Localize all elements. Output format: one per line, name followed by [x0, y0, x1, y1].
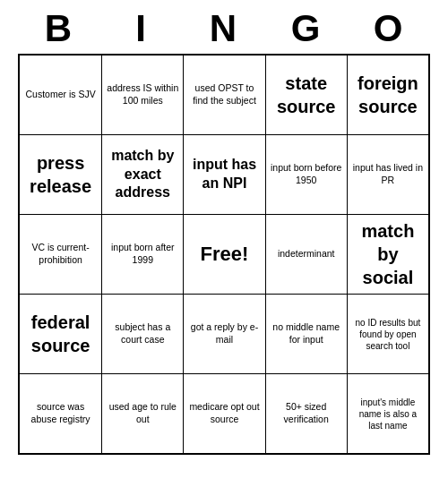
cell-3-4: no ID results but found by open search t… [347, 295, 428, 373]
cell-0-0: Customer is SJV [20, 56, 101, 134]
cell-3-1: subject has a court case [101, 295, 183, 373]
title-b: B [20, 7, 99, 50]
title-n: N [185, 7, 263, 50]
cell-4-3: 50+ sized verification [265, 374, 347, 453]
cell-1-3: input born before 1950 [265, 135, 347, 214]
cell-0-2: used OPST to find the subject [183, 56, 264, 134]
title-g: G [267, 7, 346, 50]
cell-0-3: state source [265, 56, 347, 134]
bingo-row-1: press release match by exact address inp… [20, 134, 428, 214]
cell-4-1: used age to rule out [101, 374, 183, 453]
title-o: O [349, 7, 428, 50]
bingo-title: B I N G O [18, 0, 430, 54]
cell-4-2: medicare opt out source [183, 374, 264, 453]
cell-1-1: match by exact address [101, 135, 183, 214]
cell-2-0: VC is current-prohibition [20, 215, 101, 294]
cell-4-4: input's middle name is also a last name [347, 374, 428, 453]
bingo-row-4: source was abuse registry used age to ru… [20, 373, 428, 453]
cell-0-4: foreign source [347, 56, 428, 134]
cell-3-3: no middle name for input [265, 295, 347, 373]
cell-2-4: match by social [347, 215, 428, 294]
bingo-row-2: VC is current-prohibition input born aft… [20, 214, 428, 294]
cell-1-4: input has lived in PR [347, 135, 428, 214]
cell-3-2: got a reply by e-mail [183, 295, 264, 373]
bingo-row-0: Customer is SJV address IS within 100 mi… [20, 56, 428, 134]
cell-3-0: federal source [20, 295, 101, 373]
cell-2-1: input born after 1999 [101, 215, 183, 294]
cell-1-0: press release [20, 135, 101, 214]
cell-4-0: source was abuse registry [20, 374, 101, 453]
cell-2-3: indeterminant [265, 215, 347, 294]
bingo-grid: Customer is SJV address IS within 100 mi… [18, 54, 430, 455]
bingo-row-3: federal source subject has a court case … [20, 294, 428, 373]
cell-0-1: address IS within 100 miles [101, 56, 183, 134]
cell-2-2: Free! [183, 215, 264, 294]
cell-1-2: input has an NPI [183, 135, 264, 214]
title-i: I [102, 7, 181, 50]
